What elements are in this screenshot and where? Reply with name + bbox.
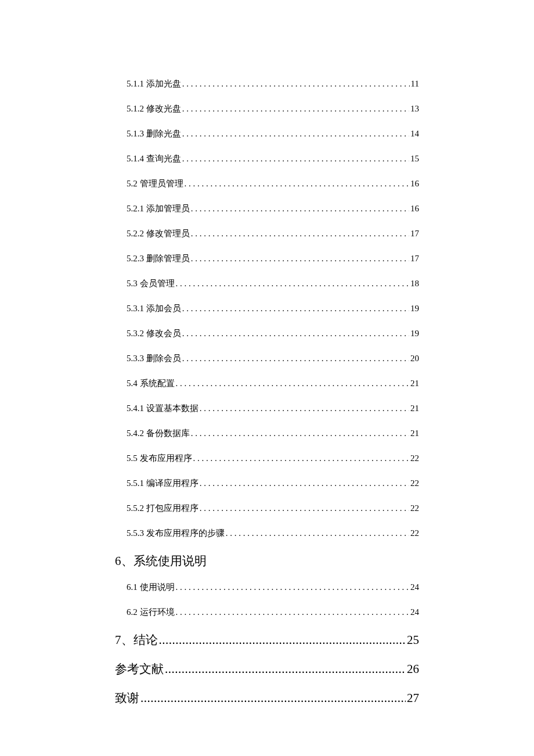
toc-entry-label: 5.2.1 添加管理员: [127, 203, 190, 214]
toc-entry-label: 参考文献: [115, 661, 164, 677]
toc-entry: 5.3 会员管理18: [115, 278, 419, 289]
toc-entry-label: 5.3.3 删除会员: [127, 353, 181, 364]
toc-leader: [191, 254, 409, 264]
toc-entry: 5.5.1 编译应用程序22: [115, 478, 419, 489]
toc-entry-label: 6、系统使用说明: [115, 553, 207, 569]
toc-leader: [176, 607, 410, 617]
toc-page-number: 22: [410, 453, 419, 463]
toc-page-number: 24: [410, 607, 419, 617]
document-page: 5.1.1 添加光盘115.1.2 修改光盘135.1.3 删除光盘145.1.…: [0, 0, 534, 756]
toc-entry: 参考文献26: [115, 661, 419, 677]
toc-page-number: 21: [410, 404, 419, 413]
toc-page-number: 15: [410, 154, 419, 164]
toc-entry-label: 6.2 运行环境: [127, 607, 175, 618]
toc-entry: 5.2.1 添加管理员16: [115, 203, 419, 214]
toc-entry: 5.1.2 修改光盘13: [115, 103, 419, 114]
toc-page-number: 20: [410, 354, 419, 363]
toc-entry-label: 5.4.2 备份数据库: [127, 428, 190, 439]
toc-entry-label: 5.3.1 添加会员: [127, 303, 181, 314]
toc-page-number: 19: [410, 304, 419, 314]
toc-entry: 致谢27: [115, 690, 419, 706]
toc-page-number: 22: [410, 503, 419, 513]
toc-page-number: 24: [410, 582, 419, 592]
toc-leader: [200, 404, 409, 413]
toc-leader: [176, 279, 410, 289]
toc-page-number: 13: [410, 104, 419, 114]
toc-entry: 5.1.4 查询光盘15: [115, 153, 419, 164]
toc-leader: [182, 79, 410, 89]
toc-page-number: 17: [410, 229, 419, 239]
toc-entry-label: 5.3.2 修改会员: [127, 328, 181, 339]
toc-entry-label: 5.1.3 删除光盘: [127, 128, 181, 139]
toc-page-number: 27: [407, 691, 419, 705]
toc-leader: [226, 528, 409, 538]
toc-page-number: 22: [410, 478, 419, 488]
toc-entry: 5.1.1 添加光盘11: [115, 78, 419, 89]
toc-page-number: 21: [410, 429, 419, 438]
toc-entry: 5.3.2 修改会员19: [115, 328, 419, 339]
toc-leader: [159, 633, 406, 647]
toc-leader: [191, 204, 409, 214]
toc-leader: [185, 179, 410, 189]
toc-entry: 5.4.1 设置基本数据21: [115, 403, 419, 414]
toc-entry-label: 6.1 使用说明: [127, 582, 175, 593]
toc-entry: 5.2 管理员管理16: [115, 178, 419, 189]
toc-entry-label: 5.5.1 编译应用程序: [127, 478, 199, 489]
toc-leader: [182, 129, 409, 139]
toc-entry: 5.5 发布应用程序22: [115, 453, 419, 464]
toc-leader: [200, 478, 409, 488]
toc-entry-label: 5.4 系统配置: [127, 378, 175, 389]
toc-entry: 5.2.3 删除管理员17: [115, 253, 419, 264]
toc-entry-label: 7、结论: [115, 632, 158, 648]
table-of-contents: 5.1.1 添加光盘115.1.2 修改光盘135.1.3 删除光盘145.1.…: [115, 78, 419, 706]
toc-page-number: 18: [410, 279, 419, 289]
toc-leader: [165, 662, 406, 676]
toc-leader: [182, 354, 409, 363]
toc-leader: [182, 104, 409, 114]
toc-entry-label: 5.2.3 删除管理员: [127, 253, 190, 264]
toc-leader: [176, 582, 410, 592]
toc-entry: 5.5.2 打包应用程序22: [115, 503, 419, 514]
toc-leader: [140, 691, 406, 705]
toc-page-number: 26: [407, 662, 419, 676]
toc-entry-label: 5.1.2 修改光盘: [127, 103, 181, 114]
toc-entry-label: 5.1.1 添加光盘: [127, 78, 181, 89]
toc-leader: [191, 429, 409, 438]
toc-entry-label: 5.5.2 打包应用程序: [127, 503, 199, 514]
toc-entry-label: 5.2.2 修改管理员: [127, 228, 190, 239]
toc-entry: 5.4.2 备份数据库21: [115, 428, 419, 439]
toc-entry: 6.2 运行环境24: [115, 607, 419, 618]
toc-page-number: 11: [411, 79, 419, 89]
toc-leader: [176, 379, 410, 388]
toc-entry: 5.3.3 删除会员20: [115, 353, 419, 364]
toc-entry: 7、结论25: [115, 632, 419, 648]
toc-entry-label: 致谢: [115, 690, 139, 706]
toc-entry: 5.2.2 修改管理员17: [115, 228, 419, 239]
toc-page-number: 14: [410, 129, 419, 139]
toc-entry: 6.1 使用说明24: [115, 582, 419, 593]
toc-entry: 5.1.3 删除光盘14: [115, 128, 419, 139]
toc-page-number: 17: [410, 254, 419, 264]
toc-entry-label: 5.5 发布应用程序: [127, 453, 192, 464]
toc-leader: [191, 229, 409, 239]
toc-page-number: 21: [410, 379, 419, 388]
toc-page-number: 16: [410, 179, 419, 189]
toc-page-number: 25: [407, 633, 419, 647]
toc-page-number: 22: [410, 528, 419, 538]
toc-leader: [182, 329, 409, 339]
toc-entry-label: 5.3 会员管理: [127, 278, 175, 289]
toc-leader: [182, 154, 409, 164]
toc-entry: 5.4 系统配置21: [115, 378, 419, 389]
toc-leader: [182, 304, 409, 314]
toc-entry-label: 5.5.3 发布应用程序的步骤: [127, 528, 225, 539]
toc-entry: 5.5.3 发布应用程序的步骤22: [115, 528, 419, 539]
toc-entry: 5.3.1 添加会员19: [115, 303, 419, 314]
toc-entry-label: 5.4.1 设置基本数据: [127, 403, 199, 414]
toc-page-number: 16: [410, 204, 419, 214]
toc-entry-label: 5.2 管理员管理: [127, 178, 183, 189]
toc-leader: [200, 503, 409, 513]
toc-page-number: 19: [410, 329, 419, 339]
toc-leader: [193, 453, 410, 463]
toc-entry: 6、系统使用说明: [115, 553, 419, 569]
toc-entry-label: 5.1.4 查询光盘: [127, 153, 181, 164]
